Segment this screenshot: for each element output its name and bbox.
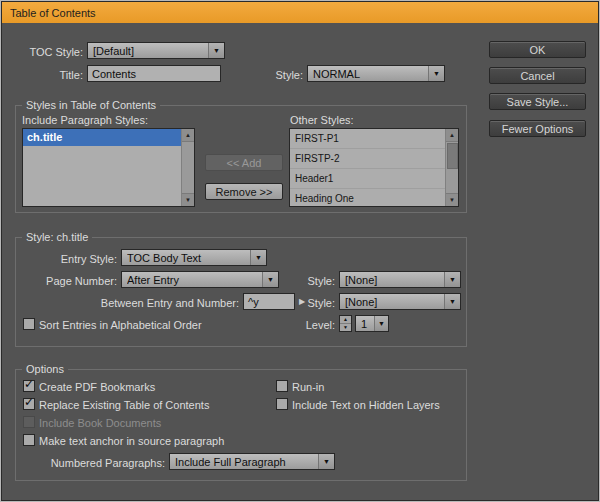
make-text-anchor-label: Make text anchor in source paragraph [39,435,224,448]
triangle-up-icon: ▲ [449,132,455,138]
chevron-down-icon: ▼ [323,458,330,465]
chevron-down-icon: ▼ [213,47,220,54]
dropdown-arrow-box: ▼ [374,316,388,331]
entry-style-value: TOC Body Text [127,250,250,265]
dropdown-arrow-box: ▼ [250,250,266,265]
ok-button[interactable]: OK [489,41,586,58]
toc-title-style-dropdown[interactable]: NORMAL ▼ [307,65,445,82]
make-text-anchor-checkbox[interactable] [23,434,35,446]
run-in-label: Run-in [292,381,324,394]
page-number-style-dropdown[interactable]: [None] ▼ [339,271,461,288]
list-item[interactable]: Header1 [290,169,445,189]
add-button[interactable]: << Add [205,154,283,171]
remove-button[interactable]: Remove >> [205,183,283,200]
between-style-label: Style: [305,297,335,310]
dropdown-arrow-box: ▼ [318,454,334,469]
dropdown-arrow-box: ▼ [444,294,460,309]
window-title: Table of Contents [10,7,96,19]
other-styles-list[interactable]: FIRST-P1 FIRSTP-2 Header1 Heading One ▲ … [289,128,459,207]
include-book-documents-checkbox [23,416,35,428]
between-style-value: [None] [345,294,444,309]
triangle-down-icon: ▼ [343,325,348,330]
numbered-paragraphs-label: Numbered Paragraphs: [47,457,165,470]
chevron-down-icon: ▼ [449,276,456,283]
scrollbar-thumb[interactable] [447,143,458,169]
title-input-value: Contents [92,68,136,80]
level-spinner[interactable]: ▲ ▼ [339,315,352,332]
fewer-options-button[interactable]: Fewer Options [489,120,586,137]
save-style-button[interactable]: Save Style... [489,93,586,110]
include-list-scrollbar[interactable]: ▲ ▼ [181,129,194,206]
triangle-down-icon: ▼ [185,197,191,203]
checkmark-icon: ✓ [24,396,34,408]
toc-title-style-label: Style: [241,69,303,82]
other-list-scrollbar[interactable]: ▲ ▼ [445,129,458,206]
scroll-up-button[interactable]: ▲ [446,129,458,142]
scroll-up-button[interactable]: ▲ [182,129,194,142]
level-label: Level: [295,319,335,332]
include-paragraph-styles-label: Include Paragraph Styles: [22,114,148,127]
chevron-down-icon: ▼ [449,298,456,305]
chevron-down-icon: ▼ [255,254,262,261]
other-list-items: FIRST-P1 FIRSTP-2 Header1 Heading One [290,129,445,206]
title-input[interactable]: Contents [87,65,221,82]
page-number-value: After Entry [127,272,262,287]
list-item-selected[interactable]: ch.title [23,129,181,146]
triangle-up-icon: ▲ [185,132,191,138]
level-value: 1 [361,316,372,331]
list-item[interactable]: FIRST-P1 [290,129,445,149]
page-number-label: Page Number: [13,275,117,288]
scroll-down-button[interactable]: ▼ [182,193,194,206]
entry-style-dropdown[interactable]: TOC Body Text ▼ [121,249,267,266]
sort-entries-label: Sort Entries in Alphabetical Order [39,319,202,332]
cancel-button[interactable]: Cancel [489,67,586,84]
create-pdf-bookmarks-checkbox[interactable]: ✓ [23,380,35,392]
chevron-down-icon: ▼ [267,276,274,283]
include-paragraph-styles-list[interactable]: ch.title ▲ ▼ [22,128,195,207]
chevron-down-icon: ▼ [378,320,385,327]
scroll-down-button[interactable]: ▼ [446,193,458,206]
page-number-style-label: Style: [295,275,335,288]
dropdown-arrow-box: ▼ [444,272,460,287]
between-entry-number-input[interactable]: ^y [243,293,295,310]
numbered-paragraphs-value: Include Full Paragraph [175,454,318,469]
toc-style-dropdown[interactable]: [Default] ▼ [87,42,225,59]
page-number-dropdown[interactable]: After Entry ▼ [121,271,279,288]
replace-existing-toc-label: Replace Existing Table of Contents [39,399,209,412]
sort-entries-checkbox[interactable] [23,318,35,330]
dropdown-arrow-box: ▼ [428,66,444,81]
table-of-contents-dialog: Table of Contents TOC Style: [Default] ▼… [0,0,600,502]
triangle-up-icon: ▲ [343,317,348,322]
create-pdf-bookmarks-label: Create PDF Bookmarks [39,381,155,394]
chevron-down-icon: ▼ [433,70,440,77]
dropdown-arrow-box: ▼ [262,272,278,287]
between-entry-number-value: ^y [248,296,259,308]
styles-in-toc-legend: Styles in Table of Contents [22,99,160,112]
run-in-checkbox[interactable] [276,380,288,392]
triangle-down-icon: ▼ [449,197,455,203]
include-text-hidden-layers-checkbox[interactable] [276,398,288,410]
include-list-items: ch.title [23,129,181,206]
list-item[interactable]: Heading One [290,189,445,206]
dropdown-arrow-box: ▼ [208,43,224,58]
toc-style-label: TOC Style: [13,46,83,59]
toc-style-value: [Default] [93,43,208,58]
list-item[interactable]: FIRSTP-2 [290,149,445,169]
toc-title-style-value: NORMAL [313,66,428,81]
page-number-style-value: [None] [345,272,444,287]
spinner-down-button[interactable]: ▼ [340,323,351,332]
titlebar[interactable]: Table of Contents [2,2,598,23]
level-dropdown[interactable]: 1 ▼ [355,315,389,332]
between-style-dropdown[interactable]: [None] ▼ [339,293,461,310]
checkmark-icon: ✓ [24,378,34,390]
other-styles-label: Other Styles: [290,114,354,127]
include-book-documents-label: Include Book Documents [39,417,161,430]
numbered-paragraphs-dropdown[interactable]: Include Full Paragraph ▼ [169,453,335,470]
between-entry-number-label: Between Entry and Number: [13,297,239,310]
style-chtitle-legend: Style: ch.title [22,231,92,244]
options-legend: Options [22,363,68,376]
title-label: Title: [13,69,83,82]
replace-existing-toc-checkbox[interactable]: ✓ [23,398,35,410]
entry-style-label: Entry Style: [13,253,117,266]
include-text-hidden-layers-label: Include Text on Hidden Layers [292,399,440,412]
